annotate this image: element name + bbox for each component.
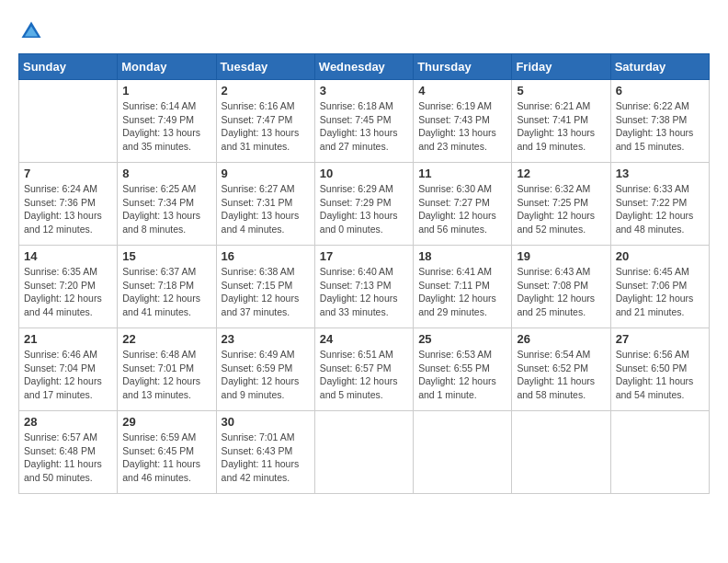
calendar-cell: 26Sunrise: 6:54 AM Sunset: 6:52 PM Dayli… [512, 328, 610, 411]
day-info: Sunrise: 6:46 AM Sunset: 7:04 PM Dayligh… [24, 348, 112, 402]
day-number: 14 [24, 249, 112, 263]
calendar-cell: 4Sunrise: 6:19 AM Sunset: 7:43 PM Daylig… [414, 80, 512, 163]
calendar-cell: 23Sunrise: 6:49 AM Sunset: 6:59 PM Dayli… [216, 328, 314, 411]
column-header-wednesday: Wednesday [314, 54, 413, 80]
page-header [18, 18, 710, 44]
day-number: 20 [616, 249, 704, 263]
calendar-cell: 7Sunrise: 6:24 AM Sunset: 7:36 PM Daylig… [19, 163, 118, 246]
day-number: 29 [122, 415, 210, 429]
day-number: 8 [122, 167, 210, 180]
calendar-cell [512, 411, 610, 494]
column-header-monday: Monday [118, 54, 216, 80]
day-number: 26 [517, 332, 605, 346]
day-number: 5 [517, 84, 605, 98]
calendar-cell: 24Sunrise: 6:51 AM Sunset: 6:57 PM Dayli… [314, 328, 413, 411]
day-info: Sunrise: 6:48 AM Sunset: 7:01 PM Dayligh… [122, 348, 210, 402]
week-row-5: 28Sunrise: 6:57 AM Sunset: 6:48 PM Dayli… [19, 411, 710, 494]
calendar-cell: 17Sunrise: 6:40 AM Sunset: 7:13 PM Dayli… [314, 246, 413, 328]
week-row-2: 7Sunrise: 6:24 AM Sunset: 7:36 PM Daylig… [19, 163, 710, 246]
calendar-cell: 28Sunrise: 6:57 AM Sunset: 6:48 PM Dayli… [19, 411, 118, 494]
day-number: 25 [418, 332, 506, 346]
day-number: 2 [222, 84, 310, 98]
calendar-cell [19, 80, 118, 163]
column-header-sunday: Sunday [19, 54, 118, 80]
calendar-cell: 3Sunrise: 6:18 AM Sunset: 7:45 PM Daylig… [314, 80, 413, 163]
week-row-1: 1Sunrise: 6:14 AM Sunset: 7:49 PM Daylig… [19, 80, 710, 163]
day-info: Sunrise: 6:18 AM Sunset: 7:45 PM Dayligh… [320, 99, 408, 154]
column-header-saturday: Saturday [610, 54, 709, 80]
calendar-cell: 13Sunrise: 6:33 AM Sunset: 7:22 PM Dayli… [610, 163, 709, 246]
day-number: 21 [24, 332, 112, 346]
day-info: Sunrise: 6:35 AM Sunset: 7:20 PM Dayligh… [24, 265, 112, 319]
day-info: Sunrise: 6:25 AM Sunset: 7:34 PM Dayligh… [122, 182, 210, 236]
calendar-cell: 18Sunrise: 6:41 AM Sunset: 7:11 PM Dayli… [414, 246, 512, 328]
calendar-cell: 29Sunrise: 6:59 AM Sunset: 6:45 PM Dayli… [118, 411, 216, 494]
day-info: Sunrise: 6:54 AM Sunset: 6:52 PM Dayligh… [517, 348, 605, 402]
calendar-cell [610, 411, 709, 494]
week-row-3: 14Sunrise: 6:35 AM Sunset: 7:20 PM Dayli… [19, 246, 710, 328]
day-info: Sunrise: 6:43 AM Sunset: 7:08 PM Dayligh… [517, 265, 605, 319]
calendar-cell: 10Sunrise: 6:29 AM Sunset: 7:29 PM Dayli… [314, 163, 413, 246]
day-info: Sunrise: 6:45 AM Sunset: 7:06 PM Dayligh… [616, 265, 704, 319]
calendar-cell: 30Sunrise: 7:01 AM Sunset: 6:43 PM Dayli… [216, 411, 314, 494]
day-info: Sunrise: 6:59 AM Sunset: 6:45 PM Dayligh… [122, 431, 210, 485]
calendar-cell: 14Sunrise: 6:35 AM Sunset: 7:20 PM Dayli… [19, 246, 118, 328]
day-number: 18 [418, 249, 506, 263]
header-row: SundayMondayTuesdayWednesdayThursdayFrid… [19, 54, 710, 80]
day-number: 30 [222, 415, 310, 429]
day-info: Sunrise: 6:51 AM Sunset: 6:57 PM Dayligh… [320, 348, 408, 402]
calendar-cell: 11Sunrise: 6:30 AM Sunset: 7:27 PM Dayli… [414, 163, 512, 246]
day-number: 23 [222, 332, 310, 346]
column-header-friday: Friday [512, 54, 610, 80]
calendar-cell: 27Sunrise: 6:56 AM Sunset: 6:50 PM Dayli… [610, 328, 709, 411]
day-info: Sunrise: 6:14 AM Sunset: 7:49 PM Dayligh… [122, 99, 210, 154]
day-number: 12 [517, 167, 605, 180]
day-number: 4 [418, 84, 506, 98]
day-number: 16 [222, 249, 310, 263]
day-info: Sunrise: 6:29 AM Sunset: 7:29 PM Dayligh… [320, 182, 408, 236]
day-info: Sunrise: 6:49 AM Sunset: 6:59 PM Dayligh… [222, 348, 310, 402]
day-info: Sunrise: 6:22 AM Sunset: 7:38 PM Dayligh… [616, 99, 704, 154]
day-number: 3 [320, 84, 408, 98]
calendar-cell: 25Sunrise: 6:53 AM Sunset: 6:55 PM Dayli… [414, 328, 512, 411]
calendar-cell: 22Sunrise: 6:48 AM Sunset: 7:01 PM Dayli… [118, 328, 216, 411]
day-number: 9 [222, 167, 310, 180]
day-info: Sunrise: 6:16 AM Sunset: 7:47 PM Dayligh… [222, 99, 310, 154]
calendar-cell: 5Sunrise: 6:21 AM Sunset: 7:41 PM Daylig… [512, 80, 610, 163]
calendar-cell: 9Sunrise: 6:27 AM Sunset: 7:31 PM Daylig… [216, 163, 314, 246]
day-info: Sunrise: 6:37 AM Sunset: 7:18 PM Dayligh… [122, 265, 210, 319]
day-info: Sunrise: 6:24 AM Sunset: 7:36 PM Dayligh… [24, 182, 112, 236]
day-number: 13 [616, 167, 704, 180]
calendar-cell [414, 411, 512, 494]
day-number: 28 [24, 415, 112, 429]
day-info: Sunrise: 6:53 AM Sunset: 6:55 PM Dayligh… [418, 348, 506, 402]
day-number: 24 [320, 332, 408, 346]
calendar-cell [314, 411, 413, 494]
column-header-thursday: Thursday [414, 54, 512, 80]
calendar-table: SundayMondayTuesdayWednesdayThursdayFrid… [18, 53, 710, 494]
calendar-cell: 20Sunrise: 6:45 AM Sunset: 7:06 PM Dayli… [610, 246, 709, 328]
day-info: Sunrise: 6:33 AM Sunset: 7:22 PM Dayligh… [616, 182, 704, 236]
logo [18, 18, 48, 44]
day-info: Sunrise: 6:38 AM Sunset: 7:15 PM Dayligh… [222, 265, 310, 319]
calendar-cell: 12Sunrise: 6:32 AM Sunset: 7:25 PM Dayli… [512, 163, 610, 246]
day-number: 19 [517, 249, 605, 263]
day-info: Sunrise: 6:32 AM Sunset: 7:25 PM Dayligh… [517, 182, 605, 236]
day-info: Sunrise: 7:01 AM Sunset: 6:43 PM Dayligh… [222, 431, 310, 485]
day-info: Sunrise: 6:30 AM Sunset: 7:27 PM Dayligh… [418, 182, 506, 236]
column-header-tuesday: Tuesday [216, 54, 314, 80]
day-info: Sunrise: 6:57 AM Sunset: 6:48 PM Dayligh… [24, 431, 112, 485]
calendar-cell: 19Sunrise: 6:43 AM Sunset: 7:08 PM Dayli… [512, 246, 610, 328]
day-info: Sunrise: 6:56 AM Sunset: 6:50 PM Dayligh… [616, 348, 704, 402]
calendar-cell: 2Sunrise: 6:16 AM Sunset: 7:47 PM Daylig… [216, 80, 314, 163]
calendar-cell: 16Sunrise: 6:38 AM Sunset: 7:15 PM Dayli… [216, 246, 314, 328]
day-info: Sunrise: 6:19 AM Sunset: 7:43 PM Dayligh… [418, 99, 506, 154]
day-number: 11 [418, 167, 506, 180]
day-number: 7 [24, 167, 112, 180]
day-info: Sunrise: 6:21 AM Sunset: 7:41 PM Dayligh… [517, 99, 605, 154]
day-info: Sunrise: 6:41 AM Sunset: 7:11 PM Dayligh… [418, 265, 506, 319]
day-number: 6 [616, 84, 704, 98]
day-number: 27 [616, 332, 704, 346]
day-number: 1 [122, 84, 210, 98]
calendar-cell: 21Sunrise: 6:46 AM Sunset: 7:04 PM Dayli… [19, 328, 118, 411]
